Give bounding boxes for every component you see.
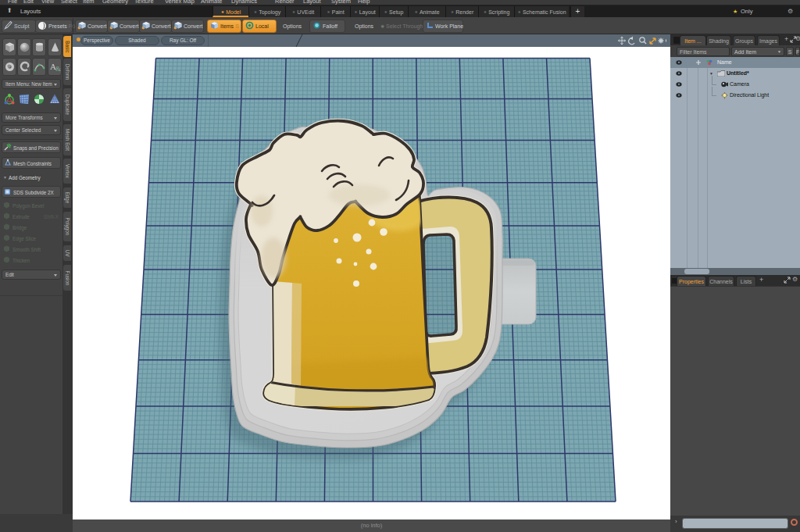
svg-text:&: & — [55, 65, 61, 73]
